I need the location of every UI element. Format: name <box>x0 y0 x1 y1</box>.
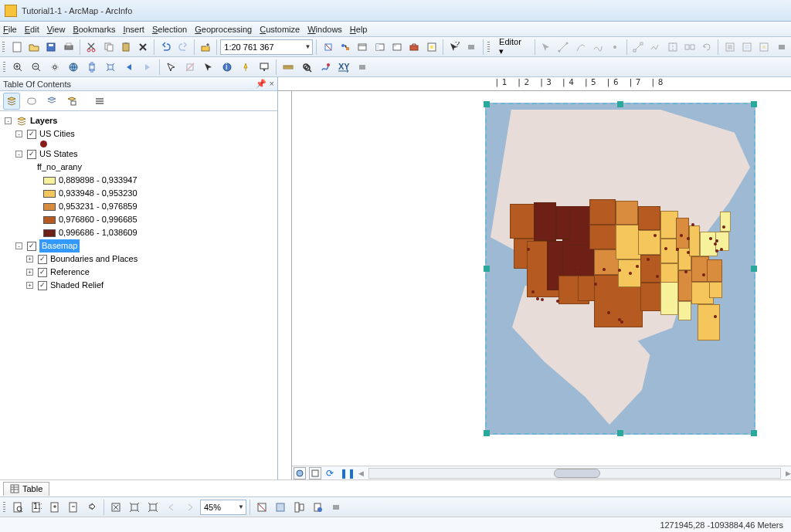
layout-canvas[interactable]: ⟳ ❚❚ ◀ ▶ <box>292 91 791 479</box>
python-button[interactable] <box>424 39 440 56</box>
go-to-xy-button[interactable]: XY <box>335 59 352 76</box>
zoom-to-extent-button[interactable] <box>107 499 124 516</box>
select-elements-button[interactable] <box>200 59 217 76</box>
find-button[interactable] <box>298 59 315 76</box>
resize-handle-ne[interactable] <box>751 101 757 107</box>
editor-grip[interactable] <box>487 39 491 55</box>
menu-selection[interactable]: Selection <box>152 25 187 34</box>
menu-geoprocessing[interactable]: Geoprocessing <box>195 25 252 34</box>
data-frame-selection[interactable] <box>485 103 755 435</box>
layer-shaded-relief[interactable]: +Shaded Relief <box>5 279 277 292</box>
fixed-zoom-out-button[interactable] <box>102 59 119 76</box>
fixed-layout-zoom-out[interactable] <box>144 499 161 516</box>
h-scroll-thumb[interactable] <box>554 469 600 478</box>
resize-handle-nw[interactable] <box>484 101 490 107</box>
tool-window-button[interactable] <box>355 39 370 56</box>
layout-grip[interactable] <box>2 500 6 515</box>
layer-basemap[interactable]: -Basemap <box>5 239 277 252</box>
menu-bookmarks[interactable]: Bookmarks <box>73 25 115 34</box>
menu-file[interactable]: File <box>3 25 17 34</box>
find-route-button[interactable] <box>317 59 334 76</box>
class-break-2[interactable]: 0,933948 - 0,953230 <box>5 187 277 200</box>
html-popup-button[interactable] <box>256 59 273 76</box>
refresh-button[interactable]: ⟳ <box>323 468 337 479</box>
select-features-button[interactable] <box>163 59 180 76</box>
paste-button[interactable] <box>118 39 134 56</box>
open-button[interactable] <box>26 39 42 56</box>
class-break-5[interactable]: 0,996686 - 1,038609 <box>5 226 277 239</box>
toolbox-button[interactable] <box>406 39 422 56</box>
editor-menu[interactable]: Editor ▾ <box>494 39 531 56</box>
layer-checkbox[interactable] <box>38 268 47 277</box>
fixed-zoom-in-button[interactable] <box>83 59 100 76</box>
copy-button[interactable] <box>100 39 116 56</box>
toc-options-button[interactable] <box>91 93 108 110</box>
layer-reference[interactable]: +Reference <box>5 266 277 279</box>
toggle-draft-mode-button[interactable] <box>253 499 270 516</box>
toc-pin-icon[interactable]: 📌 <box>256 79 266 89</box>
redo-button[interactable] <box>175 39 191 56</box>
expand-icon[interactable]: + <box>26 282 33 289</box>
class-break-1[interactable]: 0,889898 - 0,933947 <box>5 174 277 187</box>
resize-handle-w[interactable] <box>484 266 490 272</box>
layout-zoom-in-button[interactable] <box>46 499 63 516</box>
resize-handle-n[interactable] <box>617 101 623 107</box>
pause-button[interactable]: ❚❚ <box>337 468 358 479</box>
h-scrollbar[interactable] <box>368 468 781 479</box>
full-extent-button[interactable] <box>65 59 82 76</box>
collapse-icon[interactable]: - <box>15 242 22 249</box>
cut-button[interactable] <box>83 39 99 56</box>
catalog-button[interactable] <box>372 39 388 56</box>
data-view-tab[interactable] <box>294 467 306 479</box>
toolbar-grip[interactable] <box>2 39 6 55</box>
layer-us-cities[interactable]: -US Cities <box>5 127 277 141</box>
new-button[interactable] <box>9 39 25 56</box>
table-tab[interactable]: Table <box>3 482 49 496</box>
menu-insert[interactable]: Insert <box>123 25 144 34</box>
resize-handle-s[interactable] <box>617 430 623 436</box>
layout-options-icon[interactable] <box>328 499 345 516</box>
list-by-drawing-order-tab[interactable] <box>3 93 20 110</box>
toolbar-options-icon[interactable] <box>463 39 479 56</box>
layer-checkbox[interactable] <box>27 130 36 139</box>
layer-checkbox[interactable] <box>27 242 36 251</box>
list-by-source-tab[interactable] <box>23 93 40 110</box>
layout-view-tab[interactable] <box>309 467 321 479</box>
search-results-button[interactable] <box>389 39 405 56</box>
zoom-100-button[interactable]: 1:1 <box>28 499 45 516</box>
scale-dropdown[interactable]: 1:20 761 367▼ <box>220 39 313 55</box>
editor-toolbar-btn[interactable] <box>320 39 335 56</box>
collapse-icon[interactable]: - <box>15 130 22 137</box>
layers-root[interactable]: -Layers <box>5 114 277 127</box>
expand-icon[interactable]: + <box>26 269 33 276</box>
add-data-button[interactable] <box>198 39 213 56</box>
help-cursor-button[interactable]: ? <box>446 39 462 56</box>
toolbar-end-options-icon[interactable] <box>773 39 789 56</box>
change-layout-button[interactable] <box>290 499 307 516</box>
layer-checkbox[interactable] <box>27 150 36 159</box>
zoom-in-button[interactable] <box>9 59 26 76</box>
list-by-visibility-tab[interactable] <box>43 93 60 110</box>
menu-edit[interactable]: Edit <box>25 25 39 34</box>
identify-button[interactable]: i <box>219 59 236 76</box>
toc-close-icon[interactable]: × <box>270 79 274 89</box>
pan-button[interactable] <box>46 59 63 76</box>
layout-zoom-dropdown[interactable]: 45%▼ <box>200 500 246 515</box>
menu-customize[interactable]: Customize <box>260 25 300 34</box>
layer-us-states[interactable]: -US States <box>5 147 277 161</box>
layer-checkbox[interactable] <box>38 255 47 264</box>
class-break-3[interactable]: 0,953231 - 0,976859 <box>5 200 277 213</box>
collapse-icon[interactable]: - <box>15 151 22 158</box>
zoom-out-button[interactable] <box>28 59 45 76</box>
data-driven-pages-button[interactable] <box>309 499 326 516</box>
layout-pan-button[interactable] <box>83 499 100 516</box>
layout-zoom-out-button[interactable] <box>65 499 82 516</box>
focus-data-frame-button[interactable] <box>272 499 289 516</box>
menu-windows[interactable]: Windows <box>307 25 342 34</box>
resize-handle-sw[interactable] <box>484 430 490 436</box>
menu-help[interactable]: Help <box>350 25 368 34</box>
layer-checkbox[interactable] <box>38 281 47 290</box>
delete-button[interactable] <box>135 39 151 56</box>
back-extent-button[interactable] <box>121 59 137 76</box>
collapse-icon[interactable]: - <box>5 117 12 124</box>
